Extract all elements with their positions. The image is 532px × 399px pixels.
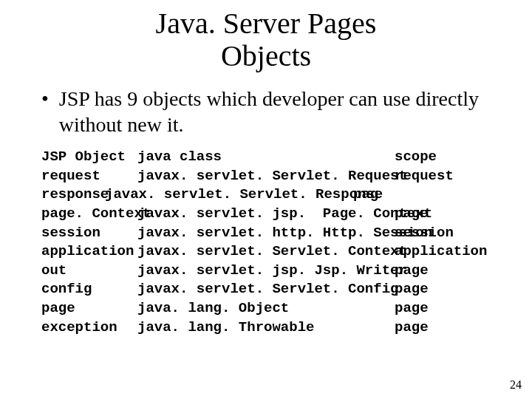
cell-java-class: javax. servlet. Servlet. Response xyxy=(105,185,353,205)
slide: Java. Server Pages Objects • JSP has 9 o… xyxy=(0,0,532,399)
bullet-dot: • xyxy=(41,86,49,137)
cell-scope: page xyxy=(395,299,429,318)
bullet-item: • JSP has 9 objects which developer can … xyxy=(41,86,532,137)
cell-java-class: javax. servlet. jsp. Page. Context xyxy=(137,205,395,224)
cell-scope: page xyxy=(395,205,429,224)
cell-jsp-object: response xyxy=(41,185,105,205)
table-row: exception java. lang. Throwable page xyxy=(41,318,532,338)
cell-jsp-object: exception xyxy=(41,318,137,338)
cell-scope: page xyxy=(395,280,429,299)
cell-scope: page xyxy=(395,318,429,338)
table-row: session javax. servlet. http. Http. Sess… xyxy=(41,224,532,243)
table-row: response javax. servlet. Servlet. Respon… xyxy=(41,185,532,205)
cell-jsp-object: out xyxy=(41,262,137,281)
cell-java-class: javax. servlet. http. Http. Session xyxy=(137,224,395,243)
slide-title: Java. Server Pages Objects xyxy=(0,0,532,72)
cell-java-class: javax. servlet. Servlet. Config xyxy=(137,280,395,299)
cell-scope: application xyxy=(395,242,487,262)
table-row: page java. lang. Object page xyxy=(41,299,532,318)
table-header-row: JSP Object java class scope xyxy=(41,148,532,167)
cell-java-class: javax. servlet. Servlet. Request xyxy=(137,167,395,186)
header-jsp-object: JSP Object xyxy=(41,148,137,167)
jsp-objects-table: JSP Object java class scope request java… xyxy=(41,148,532,337)
cell-java-class: java. lang. Object xyxy=(137,299,395,318)
cell-java-class: javax. servlet. jsp. Jsp. Writer xyxy=(137,262,395,281)
table-row: request javax. servlet. Servlet. Request… xyxy=(41,167,532,186)
cell-jsp-object: request xyxy=(41,167,137,186)
cell-scope: request xyxy=(395,167,454,186)
cell-scope: pag xyxy=(353,185,378,205)
cell-java-class: java. lang. Throwable xyxy=(137,318,395,338)
table-row: page. Context javax. servlet. jsp. Page.… xyxy=(41,205,532,224)
cell-java-class: javax. servlet. Servlet. Context xyxy=(137,242,395,262)
table-row: config javax. servlet. Servlet. Config p… xyxy=(41,280,532,299)
cell-jsp-object: session xyxy=(41,224,137,243)
page-number: 24 xyxy=(510,378,522,392)
bullet-text: JSP has 9 objects which developer can us… xyxy=(59,86,532,137)
header-scope: scope xyxy=(395,148,437,167)
cell-scope: page xyxy=(395,262,429,281)
table-row: out javax. servlet. jsp. Jsp. Writer pag… xyxy=(41,262,532,281)
cell-jsp-object: application xyxy=(41,242,137,262)
cell-jsp-object: page xyxy=(41,299,137,318)
title-line-1: Java. Server Pages xyxy=(156,7,377,40)
header-java-class: java class xyxy=(137,148,395,167)
cell-scope: session xyxy=(395,224,454,243)
title-line-2: Objects xyxy=(221,39,311,72)
cell-jsp-object: config xyxy=(41,280,137,299)
table-row: application javax. servlet. Servlet. Con… xyxy=(41,242,532,262)
cell-jsp-object: page. Context xyxy=(41,205,137,224)
